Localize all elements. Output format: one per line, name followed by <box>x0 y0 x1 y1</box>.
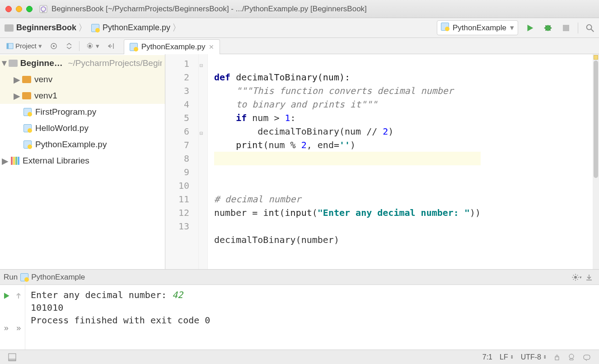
breadcrumb-file-label: PythonExample.py <box>103 23 170 33</box>
tree-item-venv[interactable]: ▶ venv <box>0 71 165 88</box>
breadcrumb-project[interactable]: BeginnersBook 〉 <box>3 20 89 36</box>
cursor-position[interactable]: 7:1 <box>482 353 492 361</box>
svg-line-12 <box>591 29 594 32</box>
warning-marker[interactable] <box>594 55 598 60</box>
svg-rect-23 <box>584 355 590 359</box>
close-window-button[interactable] <box>5 6 12 12</box>
editor-scrollbar[interactable] <box>593 54 599 269</box>
stop-button[interactable] <box>560 22 572 34</box>
fold-gutter: ⊟ ⊟ <box>199 54 208 269</box>
maximize-window-button[interactable] <box>26 6 33 12</box>
run-config-selector[interactable]: PythonExample ▾ <box>437 20 518 35</box>
svg-point-16 <box>53 45 55 47</box>
window-title: BeginnersBook [~/PycharmProjects/Beginne… <box>51 5 367 14</box>
expand-arrow-icon: ▼ <box>0 58 9 68</box>
debug-button[interactable] <box>542 22 554 34</box>
run-button[interactable] <box>524 22 536 34</box>
run-config-label: PythonExample <box>453 23 506 33</box>
run-tool-window: Run PythonExample ▾ » » Enter any decima… <box>0 269 599 350</box>
editor-tab-label: PythonExample.py <box>141 42 206 51</box>
encoding[interactable]: UTF-8⇕ <box>521 353 547 361</box>
svg-text:PY: PY <box>42 11 45 14</box>
scrollbar-thumb[interactable] <box>594 61 598 178</box>
breadcrumb-file[interactable]: PythonExample.py 〉 <box>89 20 183 36</box>
settings-button[interactable]: ▾ <box>83 40 102 52</box>
up-arrow-button[interactable] <box>13 285 25 307</box>
chevron-right-icon: 〉 <box>78 22 87 34</box>
fold-end-icon[interactable]: ⊟ <box>200 126 203 140</box>
titlebar: PY BeginnersBook [~/PycharmProjects/Begi… <box>0 0 599 18</box>
line-ending[interactable]: LF⇕ <box>500 353 514 361</box>
hide-button[interactable] <box>105 41 117 51</box>
tool-windows-button[interactable] <box>8 353 16 361</box>
fold-start-icon[interactable]: ⊟ <box>200 59 203 72</box>
run-header: Run PythonExample ▾ <box>0 270 599 285</box>
svg-line-6 <box>546 25 547 26</box>
python-file-icon <box>130 43 138 51</box>
editor-tab[interactable]: PythonExample.py ✕ <box>124 39 220 54</box>
scroll-from-source-button[interactable] <box>47 41 60 51</box>
collapse-all-button[interactable] <box>63 41 75 51</box>
status-bar: 7:1 LF⇕ UTF-8⇕ <box>0 350 599 364</box>
project-view-selector[interactable]: Project▾ <box>4 40 45 52</box>
notifications-icon[interactable] <box>583 353 591 361</box>
svg-rect-14 <box>7 43 9 49</box>
svg-line-9 <box>550 29 551 30</box>
tree-root-path: ~/PycharmProjects/BeginnersBook <box>68 58 162 68</box>
app-icon: PY <box>39 5 48 14</box>
collapse-arrow-icon: ▶ <box>0 156 10 166</box>
code-content[interactable]: def decimalToBinary(num): """This functi… <box>208 54 481 269</box>
rerun-button[interactable] <box>0 285 13 307</box>
tree-item-pythonexample[interactable]: PythonExample.py <box>0 136 165 153</box>
window-controls <box>5 6 33 12</box>
project-icon <box>6 42 14 50</box>
export-button[interactable] <box>583 271 595 284</box>
python-file-icon <box>20 273 28 281</box>
project-toolbar: Project▾ ▾ PythonExample.py ✕ <box>0 38 599 54</box>
line-number-gutter: 12345678910111213 <box>165 54 199 269</box>
svg-line-7 <box>550 25 551 26</box>
run-output[interactable]: Enter any decimal number: 42 101010 Proc… <box>25 285 599 350</box>
chevron-right-icon: 〉 <box>172 22 181 34</box>
more-button-2[interactable]: » <box>13 317 25 339</box>
collapse-arrow-icon: ▶ <box>12 91 22 101</box>
tree-item-venv1[interactable]: ▶ venv1 <box>0 88 165 104</box>
code-editor[interactable]: 12345678910111213 ⊟ ⊟ def decimalToBinar… <box>165 54 599 269</box>
run-action-gutter: » » <box>0 285 25 350</box>
inspector-icon[interactable] <box>567 353 576 361</box>
svg-line-8 <box>546 29 547 30</box>
lock-icon[interactable] <box>554 354 560 360</box>
project-sidebar: ▼ BeginnersBook ~/PycharmProjects/Beginn… <box>0 54 165 269</box>
svg-rect-20 <box>9 359 16 361</box>
svg-point-18 <box>574 276 577 279</box>
more-button-1[interactable]: » <box>0 317 13 339</box>
run-title-prefix: Run <box>4 273 18 282</box>
tree-item-firstprogram[interactable]: FirstProgram.py <box>0 104 165 120</box>
collapse-arrow-icon: ▶ <box>12 75 22 85</box>
tree-root-label: BeginnersBook <box>20 58 66 68</box>
run-title-name: PythonExample <box>31 273 85 282</box>
tree-external-libraries[interactable]: ▶ External Libraries <box>0 153 165 169</box>
chevron-down-icon: ▾ <box>510 23 514 33</box>
navbar: BeginnersBook 〉 PythonExample.py 〉 Pytho… <box>0 18 599 38</box>
tree-root[interactable]: ▼ BeginnersBook ~/PycharmProjects/Beginn… <box>0 55 165 71</box>
tree-item-helloworld[interactable]: HelloWorld.py <box>0 120 165 136</box>
search-button[interactable] <box>584 22 596 34</box>
svg-rect-10 <box>563 25 569 31</box>
minimize-window-button[interactable] <box>16 6 22 12</box>
project-label: Project <box>15 42 37 50</box>
run-settings-button[interactable]: ▾ <box>570 271 583 284</box>
breadcrumb-project-label: BeginnersBook <box>16 23 76 33</box>
svg-rect-21 <box>555 357 559 360</box>
close-tab-button[interactable]: ✕ <box>209 43 214 51</box>
breadcrumb: BeginnersBook 〉 PythonExample.py 〉 <box>3 20 437 36</box>
svg-point-22 <box>569 354 574 359</box>
svg-point-11 <box>587 24 592 29</box>
